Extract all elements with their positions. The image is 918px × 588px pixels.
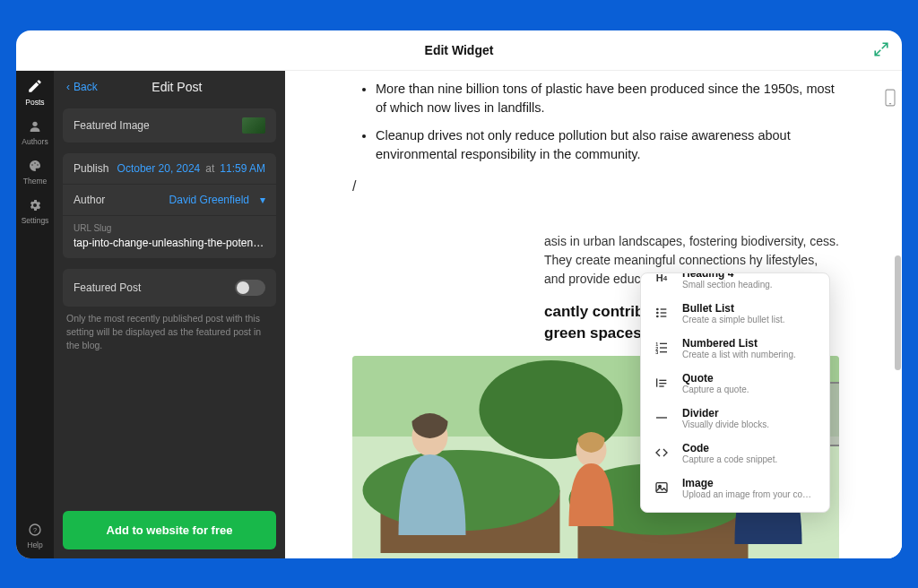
svg-rect-40 [660,351,667,352]
svg-point-29 [656,308,659,311]
side-panel-header: ‹ Back Edit Post [54,71,285,103]
nav-settings[interactable]: Settings [22,198,49,225]
author-row[interactable]: Author David Greenfield ▾ [63,185,276,216]
svg-point-1 [31,164,33,166]
quote-icon [652,373,671,393]
author-label: Author [74,194,105,206]
svg-rect-30 [661,308,667,309]
slug-row[interactable]: URL Slug tap-into-change-unleashing-the-… [63,216,276,258]
menu-item-quote[interactable]: QuoteCapture a quote. [641,366,829,401]
content-area: More than nine billion tons of plastic h… [285,71,902,558]
numbered-list-icon: 123 [652,338,671,358]
back-button[interactable]: ‹ Back [66,81,98,93]
app-window: Edit Widget Posts Authors Theme Settings [16,30,902,558]
svg-point-3 [37,164,39,166]
code-icon [652,443,671,463]
svg-point-0 [32,121,37,125]
nav-posts[interactable]: Posts [25,78,44,107]
h4-icon: H4 [652,273,671,289]
nav-label: Help [27,540,42,549]
user-icon [28,119,42,135]
nav-label: Settings [22,216,49,225]
list-item: Cleanup drives not only reduce pollution… [376,126,839,164]
publish-at: at [205,162,214,175]
image-icon [652,478,671,497]
publish-date: October 20, 2024 [117,162,201,175]
menu-item-image[interactable]: ImageUpload an image from your computer. [641,471,829,506]
page-title: Edit Widget [425,43,494,57]
author-value: David Greenfield [169,194,249,206]
svg-rect-42 [659,380,666,381]
expand-icon[interactable] [873,41,889,61]
menu-item-bullet-list[interactable]: Bullet ListCreate a simple bullet list. [641,296,829,331]
svg-text:?: ? [33,525,37,533]
panel-title: Edit Post [107,80,247,94]
titlebar: Edit Widget [16,30,902,71]
list-item: More than nine billion tons of plastic h… [376,80,839,117]
svg-point-33 [656,316,659,318]
chevron-down-icon: ▾ [260,194,265,206]
palette-icon [28,159,42,175]
bullet-list-icon [652,303,671,323]
nav-help[interactable]: ? Help [27,523,42,549]
publish-time: 11:59 AM [220,162,265,175]
menu-item-youtube[interactable]: YouTube [641,506,829,512]
app-body: Posts Authors Theme Settings ? Help [16,71,902,558]
featured-post-help: Only the most recently published post wi… [54,312,285,353]
svg-rect-34 [661,316,667,316]
svg-rect-38 [660,347,667,348]
nav-label: Authors [22,137,48,146]
slug-value: tap-into-change-unleashing-the-potentia.… [74,237,265,249]
divider-icon [652,408,671,428]
featured-post-toggle[interactable] [235,280,265,296]
nav-authors[interactable]: Authors [22,119,48,146]
add-to-website-button[interactable]: Add to website for free [63,511,276,549]
svg-point-2 [34,162,36,164]
meta-card: Publish October 20, 2024 at 11:59 AM Aut… [63,153,276,258]
svg-rect-43 [659,383,666,384]
side-panel: ‹ Back Edit Post Featured Image Publish … [54,71,285,558]
svg-rect-44 [659,385,663,386]
featured-image-label: Featured Image [74,119,150,132]
featured-post-label: Featured Post [74,281,141,294]
svg-rect-41 [656,378,657,386]
pencil-icon [27,78,43,96]
block-insert-menu[interactable]: H4 Heading 4Small section heading. Bulle… [640,272,830,513]
gear-icon [28,198,42,214]
help-icon: ? [28,523,42,539]
svg-rect-36 [660,343,667,344]
svg-rect-32 [661,312,667,313]
left-iconbar: Posts Authors Theme Settings ? Help [16,71,54,558]
chevron-left-icon: ‹ [66,81,70,93]
menu-item-heading4[interactable]: H4 Heading 4Small section heading. [641,273,829,296]
featured-image-card[interactable]: Featured Image [63,108,276,143]
bullet-list: More than nine billion tons of plastic h… [352,80,839,164]
publish-row[interactable]: Publish October 20, 2024 at 11:59 AM [63,153,276,185]
nav-theme[interactable]: Theme [23,159,47,186]
featured-image-thumb [242,117,265,134]
back-label: Back [74,81,98,93]
svg-rect-45 [656,417,667,418]
svg-text:3: 3 [655,350,658,355]
publish-label: Publish [74,162,108,175]
svg-point-31 [656,312,659,315]
nav-label: Posts [25,98,44,107]
menu-item-code[interactable]: CodeCapture a code snippet. [641,436,829,471]
slash-command-trigger[interactable]: / [352,173,839,195]
featured-post-row: Featured Post [63,269,276,307]
slug-label: URL Slug [74,223,265,233]
nav-label: Theme [23,177,47,186]
menu-item-numbered-list[interactable]: 123 Numbered ListCreate a list with numb… [641,331,829,366]
svg-rect-46 [656,483,667,493]
menu-item-divider[interactable]: DividerVisually divide blocks. [641,401,829,436]
